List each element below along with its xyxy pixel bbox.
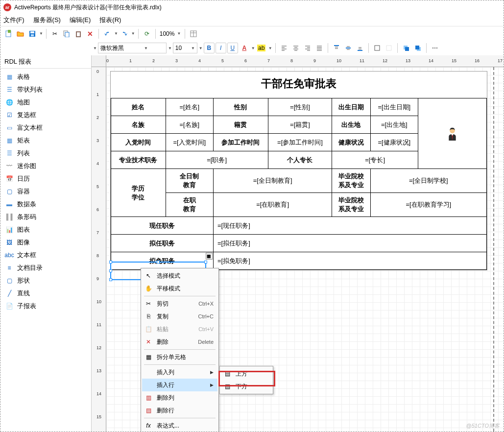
calendar-icon: 📅 [5,175,13,183]
highlight-button[interactable]: ab [256,43,267,53]
delete-button[interactable]: ✕ [85,28,96,39]
refresh-button[interactable]: ⟳ [142,28,152,39]
spark-icon: 〰 [5,162,13,170]
ctx-copy[interactable]: ⎘复制Ctrl+C [142,310,217,323]
toolbox-chart[interactable]: 📊图表 [0,223,91,236]
properties-button[interactable] [188,28,199,39]
cell-dob-value[interactable]: =[出生日期] [370,98,418,116]
toolbox-calendar[interactable]: 📅日历 [0,172,91,185]
cell-gender-value[interactable]: =[性别] [268,98,332,116]
align-right-button[interactable] [302,43,313,53]
toolbox-barcode[interactable]: ║║条形码 [0,211,91,223]
ctx-delete-row[interactable]: ▤删除行 [142,404,217,417]
redo-dropdown[interactable]: ▼ [131,31,135,36]
send-back-button[interactable] [412,43,423,53]
toolbox-subreport[interactable]: 📄子报表 [0,300,91,312]
toolbox-image[interactable]: 🖼图像 [0,236,91,249]
cell-gender-label[interactable]: 性别 [213,98,268,116]
ctx-insert-row[interactable]: 插入行▶ ▤上方 ▤下方 [142,379,217,391]
paste-button[interactable] [73,28,84,39]
toolbox-spark[interactable]: 〰迷你图 [0,160,91,172]
cell-photo[interactable] [418,98,487,169]
size-select[interactable]: 10▼ [173,43,197,53]
table-icon: ▦ [5,73,13,81]
valign-top-button[interactable] [331,43,342,53]
checkbox-icon: ☑ [5,111,13,119]
report-title[interactable]: 干部任免审批表 [111,72,487,98]
toolbox-databar[interactable]: ▬数据条 [0,198,91,211]
cell-dob-label[interactable]: 出生日期 [332,98,370,116]
size-dropdown[interactable]: ▼ [199,46,203,50]
toolbox-line[interactable]: ╱直线 [0,287,91,300]
ctx-insert-below[interactable]: ▤下方 [221,380,272,393]
ctx-paste[interactable]: 📋粘贴Ctrl+V [142,323,217,336]
ctx-pan-mode[interactable]: ✋平移模式 [142,282,217,295]
design-surface[interactable]: 01234567891011121314151617181920 0123456… [92,55,504,432]
italic-button[interactable]: I [216,43,226,53]
toolbox-panel: RDL 报表 ▦表格☰带状列表🌐地图☑复选框▭富文本框▦矩表☰列表〰迷你图📅日历… [0,55,92,432]
redo-button[interactable] [119,28,130,39]
undo-dropdown[interactable]: ▼ [114,31,118,36]
underline-button[interactable]: U [227,43,238,53]
align-left-button[interactable] [279,43,289,53]
toolbox-matrix[interactable]: ▦矩表 [0,134,91,147]
toolbox-textbox[interactable]: abc文本框 [0,249,91,262]
menu-server[interactable]: 服务器(S) [33,16,61,24]
cell-tag-icon[interactable]: ▦ [206,253,213,260]
save-button[interactable] [27,28,38,39]
toolbox-list[interactable]: ☰带状列表 [0,83,91,96]
ctx-insert-above[interactable]: ▤上方 [221,367,272,380]
window-title: ActiveReports 最终用户报表设计器(干部任免审批表.rdlx) [14,3,162,12]
menu-file[interactable]: 文件(F) [3,16,24,24]
menu-report[interactable]: 报表(R) [99,16,121,24]
toolbox-container[interactable]: ▢容器 [0,185,91,198]
toolbox-checkbox[interactable]: ☑复选框 [0,109,91,121]
hand-icon: ✋ [144,284,153,293]
ctx-expression[interactable]: fx表达式... [142,419,217,432]
cut-button[interactable]: ✂ [49,28,60,39]
zoom-select[interactable]: 100%▼ [159,29,182,39]
undo-button[interactable] [102,28,113,39]
font-color-button[interactable]: A [239,43,250,53]
valign-bottom-button[interactable] [355,43,365,53]
toolbox-richtext[interactable]: ▭富文本框 [0,121,91,134]
bold-button[interactable]: B [204,43,215,53]
toolbox-toc[interactable]: ≡文档目录 [0,262,91,274]
menu-edit[interactable]: 编辑(E) [70,16,91,24]
report-body[interactable]: 干部任免审批表 姓名 =[姓名] 性别 =[性别] 出生日期 =[出生日期] [110,71,487,270]
align-center-button[interactable] [290,43,301,53]
copy-button[interactable] [61,28,72,39]
selected-cell[interactable]: 拟免职务 ▦ [111,252,214,270]
border-none-button[interactable] [384,43,394,53]
font-select[interactable]: 微软雅黑▼ [98,43,167,53]
align-justify-button[interactable] [314,43,325,53]
save-dropdown[interactable]: ▼ [39,31,43,36]
more-button[interactable]: ⋯ [430,43,440,53]
svg-rect-40 [405,47,409,51]
approval-table[interactable]: 姓名 =[姓名] 性别 =[性别] 出生日期 =[出生日期] [111,98,487,270]
cell-name-value[interactable]: =[姓名] [166,98,213,116]
toolbox-shape[interactable]: ▢形状 [0,274,91,287]
split-icon: ▦ [144,353,153,361]
avatar-icon [419,125,485,141]
toolbox-listbox[interactable]: ☰列表 [0,147,91,160]
chart-icon: 📊 [5,226,13,234]
cell-name-label[interactable]: 姓名 [111,98,166,116]
new-button[interactable] [3,28,14,39]
ctx-select-mode[interactable]: ↖选择模式 [142,269,217,282]
font-style-dropdown[interactable]: ▼ [168,46,172,50]
toolbox-globe[interactable]: 🌐地图 [0,96,91,109]
ctx-delete-col[interactable]: ▥删除列 [142,391,217,404]
ctx-cut[interactable]: ✂剪切Ctrl+X [142,297,217,310]
open-button[interactable] [15,28,26,39]
bring-front-button[interactable] [401,43,411,53]
ctx-split-cell[interactable]: ▦拆分单元格 [142,351,217,363]
ctx-insert-col[interactable]: 插入列▶ [142,366,217,379]
style-dropdown[interactable]: ▼ [93,46,97,50]
ctx-delete[interactable]: ✕删除Delete [142,336,217,348]
valign-middle-button[interactable] [343,43,354,53]
svg-rect-6 [65,32,69,37]
toolbox-table[interactable]: ▦表格 [0,71,91,83]
context-menu: ↖选择模式 ✋平移模式 ✂剪切Ctrl+X ⎘复制Ctrl+C 📋粘贴Ctrl+… [141,268,219,432]
border-button[interactable] [372,43,383,53]
